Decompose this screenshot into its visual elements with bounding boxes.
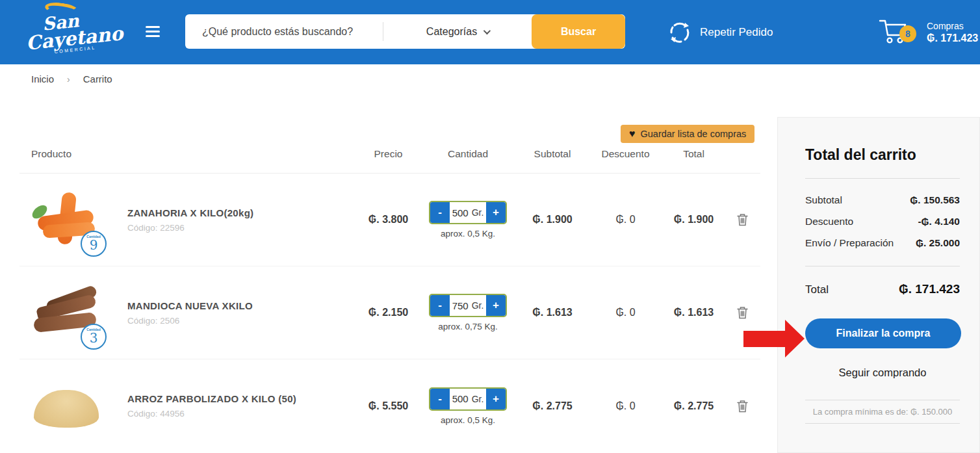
col-price: Precio: [357, 148, 419, 160]
red-arrow-annotation: [743, 331, 785, 347]
product-name[interactable]: ZANAHORIA X KILO(20kg): [127, 207, 253, 218]
decrease-button[interactable]: -: [430, 295, 450, 316]
discount-value: ₲. 0: [588, 400, 663, 412]
quantity-input[interactable]: [452, 300, 471, 311]
cart-summary[interactable]: 8 Compras ₲. 171.423: [879, 0, 978, 64]
categories-label: Categorías: [426, 26, 477, 38]
top-header: San Cayetano COMERCIAL Categorías Buscar: [0, 0, 980, 64]
search-input[interactable]: [185, 14, 383, 49]
discount-label: Descuento: [805, 216, 853, 227]
subtotal-value: ₲. 1.613: [517, 307, 588, 318]
subtotal-value: ₲. 2.775: [517, 400, 588, 412]
subtotal-amount: ₲. 150.563: [910, 194, 960, 206]
quantity-unit: Gr.: [472, 207, 484, 218]
checkout-button[interactable]: Finalizar la compra: [805, 318, 961, 348]
discount-amount: -₲. 4.140: [918, 216, 960, 227]
subtotal-value: ₲. 1.900: [517, 214, 588, 226]
delete-item-button[interactable]: [725, 306, 760, 319]
categories-dropdown[interactable]: Categorías: [383, 14, 532, 49]
table-header-row: Producto Precio Cantidad Subtotal Descue…: [19, 148, 760, 174]
decrease-button[interactable]: -: [430, 389, 450, 409]
quantity-badge: Cantidad 9: [81, 231, 107, 257]
breadcrumb-current: Carrito: [83, 73, 112, 84]
col-product: Producto: [19, 148, 357, 160]
cart-table: Producto Precio Cantidad Subtotal Descue…: [19, 148, 760, 452]
increase-button[interactable]: +: [486, 295, 506, 316]
quantity-stepper: - Gr. +: [429, 201, 507, 224]
approx-weight: aprox. 0,5 Kg.: [441, 229, 495, 239]
col-discount: Descuento: [588, 148, 663, 160]
cart-total-panel: Total del carrito Subtotal ₲. 150.563 De…: [777, 117, 980, 453]
search-bar: Categorías Buscar: [185, 14, 625, 49]
menu-icon[interactable]: [146, 26, 160, 40]
continue-shopping-link[interactable]: Seguir comprando: [805, 367, 960, 379]
cart-amount: ₲. 171.423: [927, 32, 978, 44]
discount-value: ₲. 0: [588, 307, 663, 318]
product-code: Código: 44956: [127, 409, 296, 419]
delete-item-button[interactable]: [725, 400, 760, 413]
product-image-cassava[interactable]: Cantidad 3: [31, 279, 103, 347]
divider: [805, 266, 960, 266]
breadcrumb-separator: ›: [67, 74, 70, 84]
quantity-stepper: - Gr. +: [429, 294, 507, 317]
quantity-unit: Gr.: [472, 300, 484, 311]
shipping-label: Envío / Preparación: [805, 237, 894, 249]
repeat-order-button[interactable]: Repetir Pedido: [668, 0, 773, 64]
col-total: Total: [663, 148, 725, 160]
total-amount: ₲. 171.423: [899, 282, 960, 296]
search-button[interactable]: Buscar: [532, 14, 625, 49]
red-arrow-head: [785, 320, 805, 357]
heart-icon: ♥: [629, 129, 636, 139]
refresh-icon: [668, 21, 691, 44]
product-code: Código: 22596: [127, 223, 253, 233]
price-value: ₲. 3.800: [357, 214, 419, 226]
product-image-carrots[interactable]: Cantidad 9: [31, 186, 103, 254]
approx-weight: aprox. 0,5 Kg.: [441, 415, 495, 425]
quantity-unit: Gr.: [472, 394, 484, 404]
cart-badge: 8: [899, 25, 916, 42]
table-row: Cantidad 3 MANDIOCA NUEVA XKILO Código: …: [19, 266, 760, 359]
product-code: Código: 2506: [127, 316, 253, 326]
col-subtotal: Subtotal: [517, 148, 588, 160]
panel-title: Total del carrito: [805, 146, 960, 164]
total-value: ₲. 2.775: [663, 400, 725, 412]
decrease-button[interactable]: -: [430, 202, 450, 223]
divider: [805, 178, 960, 179]
trash-icon: [737, 306, 748, 319]
discount-value: ₲. 0: [588, 214, 663, 226]
price-value: ₲. 2.150: [357, 307, 419, 318]
cart-label: Compras: [927, 21, 978, 31]
breadcrumb-home[interactable]: Inicio: [31, 73, 54, 84]
quantity-input[interactable]: [452, 207, 471, 218]
total-value: ₲. 1.613: [663, 307, 725, 318]
minimum-purchase-note: La compra mínima es de: ₲. 150.000: [805, 400, 960, 424]
save-list-label: Guardar lista de compras: [641, 129, 747, 139]
table-row: ARROZ PARBOLIZADO X KILO (50) Código: 44…: [19, 359, 760, 452]
repeat-order-label: Repetir Pedido: [700, 26, 773, 39]
trash-icon: [737, 213, 748, 226]
cart-page: San Cayetano COMERCIAL Categorías Buscar: [0, 0, 980, 453]
price-value: ₲. 5.550: [357, 400, 419, 412]
product-image-rice[interactable]: [31, 372, 103, 440]
chevron-down-icon: [484, 27, 491, 34]
trash-icon: [737, 400, 748, 413]
subtotal-label: Subtotal: [805, 194, 842, 206]
increase-button[interactable]: +: [486, 389, 506, 409]
total-value: ₲. 1.900: [663, 214, 725, 226]
increase-button[interactable]: +: [486, 202, 506, 223]
quantity-badge: Cantidad 3: [81, 324, 107, 350]
quantity-stepper: - Gr. +: [429, 387, 507, 411]
store-logo[interactable]: San Cayetano COMERCIAL: [22, 0, 111, 57]
approx-weight: aprox. 0,75 Kg.: [438, 322, 498, 331]
breadcrumb: Inicio › Carrito: [31, 73, 112, 84]
product-name[interactable]: MANDIOCA NUEVA XKILO: [127, 300, 253, 311]
delete-item-button[interactable]: [725, 213, 760, 226]
col-quantity: Cantidad: [419, 148, 517, 160]
save-list-button[interactable]: ♥ Guardar lista de compras: [621, 125, 754, 143]
product-name[interactable]: ARROZ PARBOLIZADO X KILO (50): [127, 393, 296, 404]
total-label: Total: [805, 283, 829, 296]
quantity-input[interactable]: [452, 393, 471, 404]
shipping-amount: ₲. 25.000: [916, 237, 960, 249]
table-row: Cantidad 9 ZANAHORIA X KILO(20kg) Código…: [19, 174, 760, 266]
